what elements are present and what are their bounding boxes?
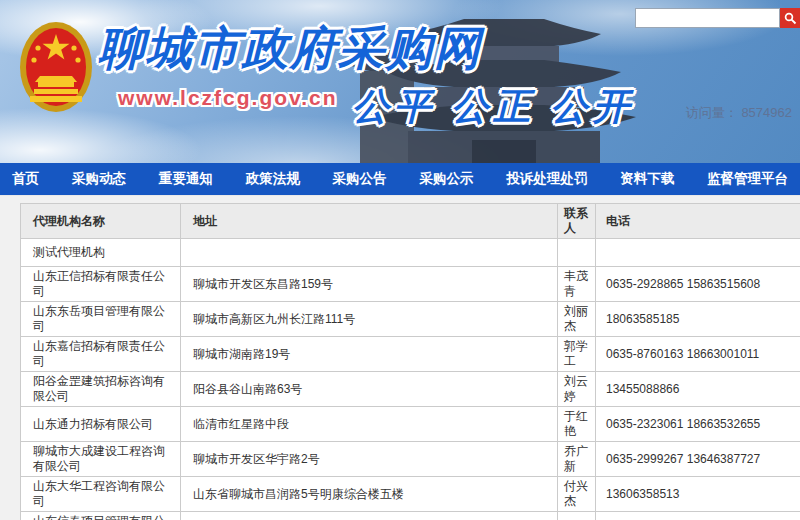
nav-item-8[interactable]: 监督管理平台 (707, 170, 788, 188)
cell-address: 临清市红星路中段 (181, 407, 558, 442)
cell-contact: 乔广新 (558, 442, 596, 477)
main-nav: 首页采购动态重要通知政策法规采购公告采购公示投诉处理处罚资料下载监督管理平台 (0, 163, 800, 196)
cell-address: 聊城市开发区东昌路159号 (181, 267, 558, 302)
nav-item-0[interactable]: 首页 (12, 170, 39, 188)
cell-address: 聊城市东昌府区凤凰工业园富民西路 (181, 512, 558, 520)
cell-phone: 0635-8760163 18663001011 (596, 337, 800, 372)
national-emblem-icon (18, 20, 94, 114)
cell-contact: 丰茂青 (558, 267, 596, 302)
cell-phone: 0635-2928865 15863515608 (596, 267, 800, 302)
cell-contact: 于红艳 (558, 407, 596, 442)
cell-contact: 郭学工 (558, 337, 596, 372)
column-header-0: 代理机构名称 (21, 204, 181, 239)
site-url: www.lczfcg.gov.cn (118, 86, 338, 110)
table-row: 阳谷金罡建筑招标咨询有限公司阳谷县谷山南路63号刘云婷13455088866 (21, 372, 800, 407)
cell-name: 测试代理机构 (21, 239, 181, 267)
table-row: 山东通力招标有限公司临清市红星路中段于红艳0635-2323061 186635… (21, 407, 800, 442)
cell-phone: 18063585185 (596, 302, 800, 337)
nav-item-6[interactable]: 投诉处理处罚 (506, 170, 587, 188)
nav-item-7[interactable]: 资料下载 (620, 170, 674, 188)
table-row: 山东东岳项目管理有限公司聊城市高新区九州长江路111号刘丽杰1806358518… (21, 302, 800, 337)
nav-item-2[interactable]: 重要通知 (159, 170, 213, 188)
cell-name: 山东嘉信招标有限责任公司 (21, 337, 181, 372)
table-row: 山东正信招标有限责任公司聊城市开发区东昌路159号丰茂青0635-2928865… (21, 267, 800, 302)
cell-address: 聊城市湖南路19号 (181, 337, 558, 372)
table-row: 山东信春项目管理有限公司聊城市东昌府区凤凰工业园富民西路王善1886651880… (21, 512, 800, 520)
cell-contact: 刘云婷 (558, 372, 596, 407)
agency-table-body: 测试代理机构山东正信招标有限责任公司聊城市开发区东昌路159号丰茂青0635-2… (21, 239, 800, 520)
cell-address: 山东省聊城市昌润路5号明康综合楼五楼 (181, 477, 558, 512)
search-icon (784, 12, 797, 25)
search-bar (635, 8, 800, 28)
cell-name: 山东东岳项目管理有限公司 (21, 302, 181, 337)
cell-address (181, 239, 558, 267)
cell-phone: 0635-2999267 13646387727 (596, 442, 800, 477)
nav-item-5[interactable]: 采购公示 (419, 170, 473, 188)
cell-phone (596, 239, 800, 267)
column-header-3: 电话 (596, 204, 800, 239)
table-row: 聊城市大成建设工程咨询有限公司聊城市开发区华宇路2号乔广新0635-299926… (21, 442, 800, 477)
visit-counter-label: 访问量： (686, 105, 738, 120)
column-header-2: 联系人 (558, 204, 596, 239)
cell-address: 聊城市开发区华宇路2号 (181, 442, 558, 477)
nav-item-4[interactable]: 采购公告 (333, 170, 387, 188)
visit-counter-value: 8574962 (741, 105, 792, 120)
search-input[interactable] (635, 8, 780, 28)
site-title: 聊城市政府采购网 (98, 18, 482, 80)
cell-contact: 刘丽杰 (558, 302, 596, 337)
cell-name: 山东大华工程咨询有限公司 (21, 477, 181, 512)
page: 聊城市政府采购网 www.lczfcg.gov.cn 公平 公正 公开 访问量：… (0, 0, 800, 520)
search-button[interactable] (780, 8, 800, 28)
nav-item-1[interactable]: 采购动态 (72, 170, 126, 188)
cell-address: 聊城市高新区九州长江路111号 (181, 302, 558, 337)
table-row: 测试代理机构 (21, 239, 800, 267)
cell-phone: 18866518800 (596, 512, 800, 520)
table-row: 山东大华工程咨询有限公司山东省聊城市昌润路5号明康综合楼五楼付兴杰1360635… (21, 477, 800, 512)
agency-table-head: 代理机构名称地址联系人电话 (21, 204, 800, 239)
site-slogan: 公平 公正 公开 (352, 82, 635, 132)
cell-contact: 付兴杰 (558, 477, 596, 512)
cell-name: 山东信春项目管理有限公司 (21, 512, 181, 520)
column-header-1: 地址 (181, 204, 558, 239)
header-row: 代理机构名称地址联系人电话 (21, 204, 800, 239)
table-row: 山东嘉信招标有限责任公司聊城市湖南路19号郭学工0635-8760163 186… (21, 337, 800, 372)
cell-contact (558, 239, 596, 267)
cell-name: 阳谷金罡建筑招标咨询有限公司 (21, 372, 181, 407)
nav-item-3[interactable]: 政策法规 (246, 170, 300, 188)
agency-table: 代理机构名称地址联系人电话 测试代理机构山东正信招标有限责任公司聊城市开发区东昌… (20, 203, 800, 520)
cell-name: 山东通力招标有限公司 (21, 407, 181, 442)
cell-phone: 13606358513 (596, 477, 800, 512)
cell-contact: 王善 (558, 512, 596, 520)
cell-phone: 13455088866 (596, 372, 800, 407)
cell-name: 山东正信招标有限责任公司 (21, 267, 181, 302)
site-banner: 聊城市政府采购网 www.lczfcg.gov.cn 公平 公正 公开 访问量：… (0, 0, 800, 163)
cell-phone: 0635-2323061 18663532655 (596, 407, 800, 442)
visit-counter: 访问量： 8574962 (686, 104, 792, 122)
cell-name: 聊城市大成建设工程咨询有限公司 (21, 442, 181, 477)
cell-address: 阳谷县谷山南路63号 (181, 372, 558, 407)
